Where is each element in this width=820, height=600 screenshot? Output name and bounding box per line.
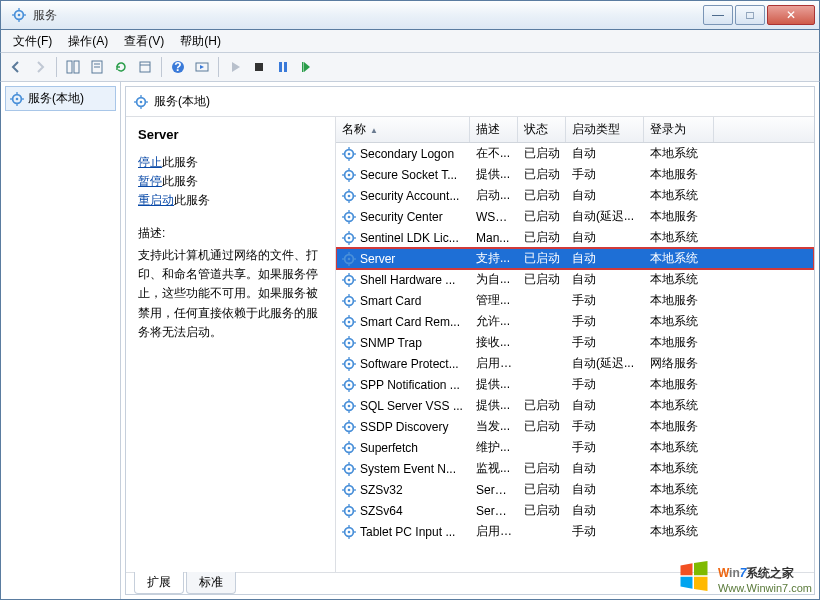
export-list-button[interactable] (86, 56, 108, 78)
col-status[interactable]: 状态 (518, 117, 566, 142)
menu-view[interactable]: 查看(V) (116, 31, 172, 52)
table-row[interactable]: SZSv32Servi...已启动自动本地系统 (336, 479, 814, 500)
menubar: 文件(F) 操作(A) 查看(V) 帮助(H) (0, 30, 820, 52)
detail-pane: Server 停止此服务 暂停此服务 重启动此服务 描述: 支持此计算机通过网络… (126, 117, 336, 572)
stop-service-button[interactable] (248, 56, 270, 78)
col-name[interactable]: 名称 (336, 117, 470, 142)
pause-service-button[interactable] (272, 56, 294, 78)
col-startup[interactable]: 启动类型 (566, 117, 644, 142)
gear-icon (342, 210, 356, 224)
gear-icon (342, 231, 356, 245)
properties-button[interactable] (134, 56, 156, 78)
content-title: 服务(本地) (154, 93, 210, 110)
gear-icon (342, 378, 356, 392)
app-gear-icon (11, 7, 27, 23)
gear-icon (342, 336, 356, 350)
content-pane: 服务(本地) Server 停止此服务 暂停此服务 重启动此服务 描述: 支持此… (125, 86, 815, 595)
restart-link[interactable]: 重启动 (138, 193, 174, 207)
gear-icon (342, 483, 356, 497)
table-row[interactable]: System Event N...监视...已启动自动本地系统 (336, 458, 814, 479)
start-service-button[interactable] (224, 56, 246, 78)
menu-action[interactable]: 操作(A) (60, 31, 116, 52)
gear-icon (342, 441, 356, 455)
gear-icon (342, 420, 356, 434)
gear-icon (342, 147, 356, 161)
titlebar: 服务 — □ ✕ (0, 0, 820, 30)
table-row[interactable]: Smart Card Rem...允许...手动本地系统 (336, 311, 814, 332)
stop-link[interactable]: 停止 (138, 155, 162, 169)
table-row[interactable]: Sentinel LDK Lic...Man...已启动自动本地系统 (336, 227, 814, 248)
gear-icon (342, 252, 356, 266)
table-row[interactable]: Secondary Logon在不...已启动自动本地系统 (336, 143, 814, 164)
nav-root-label: 服务(本地) (28, 90, 84, 107)
restart-service-button[interactable] (296, 56, 318, 78)
gear-icon (342, 168, 356, 182)
gear-icon (342, 399, 356, 413)
maximize-button[interactable]: □ (735, 5, 765, 25)
table-row[interactable]: Secure Socket T...提供...已启动手动本地服务 (336, 164, 814, 185)
nav-services-local[interactable]: 服务(本地) (5, 86, 116, 111)
table-row[interactable]: SNMP Trap接收...手动本地服务 (336, 332, 814, 353)
menu-file[interactable]: 文件(F) (5, 31, 60, 52)
table-row[interactable]: SZSv64Servi...已启动自动本地系统 (336, 500, 814, 521)
minimize-button[interactable]: — (703, 5, 733, 25)
tab-extended[interactable]: 扩展 (134, 572, 184, 594)
gear-icon (342, 273, 356, 287)
gear-icon (134, 95, 148, 109)
detail-heading: Server (138, 127, 323, 142)
refresh-button[interactable] (110, 56, 132, 78)
nav-back-button[interactable] (5, 56, 27, 78)
svg-text:?: ? (174, 60, 181, 74)
gear-icon (342, 525, 356, 539)
gear-icon (342, 462, 356, 476)
gear-icon (342, 294, 356, 308)
svg-rect-6 (67, 61, 72, 73)
svg-rect-19 (302, 62, 304, 72)
pause-link[interactable]: 暂停 (138, 174, 162, 188)
desc-text: 支持此计算机通过网络的文件、打印、和命名管道共享。如果服务停止，这些功能不可用。… (138, 246, 323, 342)
nav-tree: 服务(本地) (1, 82, 121, 599)
detail-tabs: 扩展 标准 (126, 572, 814, 594)
action-button[interactable] (191, 56, 213, 78)
gear-icon (10, 92, 24, 106)
table-row[interactable]: Tablet PC Input ...启用 ...手动本地系统 (336, 521, 814, 542)
table-row[interactable]: Software Protect...启用 ...自动(延迟...网络服务 (336, 353, 814, 374)
svg-rect-17 (279, 62, 282, 72)
nav-forward-button[interactable] (29, 56, 51, 78)
col-logon[interactable]: 登录为 (644, 117, 714, 142)
table-row[interactable]: Smart Card管理...手动本地服务 (336, 290, 814, 311)
table-row[interactable]: SPP Notification ...提供...手动本地服务 (336, 374, 814, 395)
gear-icon (342, 357, 356, 371)
toolbar: ? (0, 52, 820, 82)
help-button[interactable]: ? (167, 56, 189, 78)
tab-standard[interactable]: 标准 (186, 572, 236, 594)
table-row[interactable]: Server支持...已启动自动本地系统 (336, 248, 814, 269)
col-desc[interactable]: 描述 (470, 117, 518, 142)
window-title: 服务 (33, 7, 701, 24)
svg-rect-18 (284, 62, 287, 72)
gear-icon (342, 504, 356, 518)
svg-rect-7 (74, 61, 79, 73)
gear-icon (342, 189, 356, 203)
svg-rect-16 (255, 63, 263, 71)
svg-rect-11 (140, 62, 150, 72)
table-row[interactable]: Security Account...启动...已启动自动本地系统 (336, 185, 814, 206)
table-row[interactable]: SQL Server VSS ...提供...已启动自动本地系统 (336, 395, 814, 416)
menu-help[interactable]: 帮助(H) (172, 31, 229, 52)
table-row[interactable]: Security CenterWSC...已启动自动(延迟...本地服务 (336, 206, 814, 227)
content-title-bar: 服务(本地) (126, 87, 814, 117)
close-button[interactable]: ✕ (767, 5, 815, 25)
list-header: 名称 描述 状态 启动类型 登录为 (336, 117, 814, 143)
desc-label: 描述: (138, 225, 323, 242)
service-list[interactable]: 名称 描述 状态 启动类型 登录为 Secondary Logon在不...已启… (336, 117, 814, 572)
table-row[interactable]: SSDP Discovery当发...已启动手动本地服务 (336, 416, 814, 437)
show-hide-tree-button[interactable] (62, 56, 84, 78)
gear-icon (342, 315, 356, 329)
main-area: 服务(本地) 服务(本地) Server 停止此服务 暂停此服务 重启动此服务 … (0, 82, 820, 600)
table-row[interactable]: Shell Hardware ...为自...已启动自动本地系统 (336, 269, 814, 290)
table-row[interactable]: Superfetch维护...手动本地系统 (336, 437, 814, 458)
